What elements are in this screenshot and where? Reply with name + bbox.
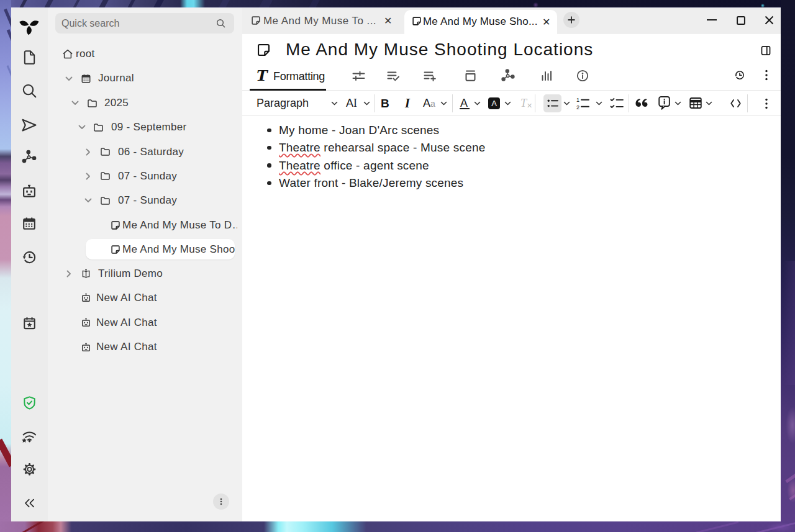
svg-text:1: 1 — [576, 97, 579, 103]
svg-text:2: 2 — [576, 104, 579, 110]
